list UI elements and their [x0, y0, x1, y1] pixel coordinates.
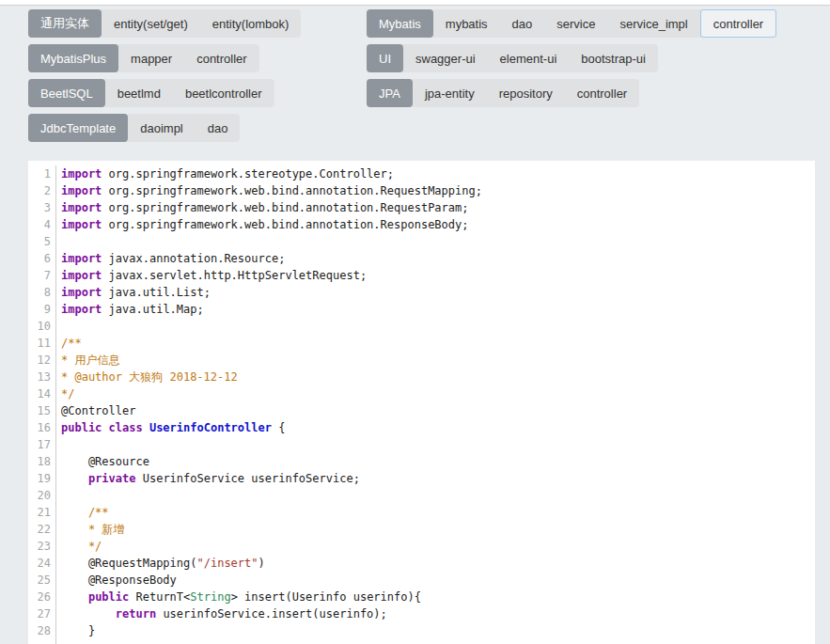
code-line: 15@Controller — [28, 402, 815, 419]
code-text: @Controller — [56, 402, 135, 419]
code-line: 26 public ReturnT<String> insert(Userinf… — [28, 589, 815, 605]
line-number: 13 — [28, 369, 56, 385]
code-text: /** — [56, 335, 82, 352]
line-number: 20 — [28, 487, 56, 504]
tab-ui-element-ui[interactable]: element-ui — [488, 44, 570, 72]
tab-mybatis-service-impl[interactable]: service_impl — [607, 9, 699, 38]
tab-jpa-jpa-entity[interactable]: jpa-entity — [413, 79, 487, 107]
line-number: 1 — [28, 165, 56, 182]
group-button-mybatisplus[interactable]: MybatisPlus — [28, 44, 118, 72]
code-line: 2import org.springframework.web.bind.ann… — [28, 182, 815, 199]
group-button-mybatis[interactable]: Mybatis — [367, 9, 433, 38]
tab-group-ui: UIswagger-uielement-uibootstrap-ui — [367, 44, 658, 72]
tab-group-通用实体: 通用实体entity(set/get)entity(lombok) — [28, 9, 301, 38]
code-text: import javax.annotation.Resource; — [56, 250, 285, 267]
line-number: 5 — [28, 233, 56, 250]
code-line: 13* @author 大狼狗 2018-12-12 — [28, 369, 815, 385]
tab-mybatisplus-controller[interactable]: controller — [184, 44, 258, 72]
code-line: 11/** — [28, 335, 815, 352]
tab-jdbctemplate-daoimpl[interactable]: daoimpl — [128, 114, 196, 142]
tab-mybatis-dao[interactable]: dao — [500, 9, 545, 38]
gutter-filler — [28, 639, 815, 644]
code-text: } — [56, 622, 95, 639]
code-text: */ — [56, 385, 74, 402]
code-line: 6import javax.annotation.Resource; — [28, 250, 815, 267]
tab-group-beetlsql: BeetlSQLbeetlmdbeetlcontroller — [28, 79, 274, 107]
tab-mybatis-mybatis[interactable]: mybatis — [433, 9, 500, 38]
tab-mybatis-controller[interactable]: controller — [700, 9, 776, 38]
group-button-jpa[interactable]: JPA — [367, 79, 413, 107]
tab-ui-swagger-ui[interactable]: swagger-ui — [403, 44, 488, 72]
line-number: 16 — [28, 419, 56, 436]
tab-mybatisplus-mapper[interactable]: mapper — [118, 44, 184, 72]
line-number: 15 — [28, 402, 56, 419]
line-number: 6 — [28, 250, 56, 267]
line-number: 19 — [28, 470, 56, 487]
code-text — [56, 487, 61, 504]
tab-cell-right: Mybatismybatisdaoserviceservice_implcont… — [367, 9, 776, 38]
group-button-jdbctemplate[interactable]: JdbcTemplate — [28, 114, 128, 142]
tab-jpa-controller[interactable]: controller — [565, 79, 639, 107]
line-number: 24 — [28, 555, 56, 572]
code-line: 1import org.springframework.stereotype.C… — [28, 165, 815, 182]
code-text: private UserinfoService userinfoService; — [56, 470, 360, 487]
group-button-ui[interactable]: UI — [367, 44, 403, 72]
tab-cell-right: UIswagger-uielement-uibootstrap-ui — [367, 44, 776, 72]
code-line: 3import org.springframework.web.bind.ann… — [28, 199, 815, 216]
code-text: import org.springframework.web.bind.anno… — [56, 182, 482, 199]
tab-jdbctemplate-dao[interactable]: dao — [196, 114, 241, 142]
code-text: */ — [56, 538, 102, 555]
line-number: 23 — [28, 538, 56, 555]
tab-cell-left: MybatisPlusmappercontroller — [28, 44, 367, 72]
tab-beetlsql-beetlcontroller[interactable]: beetlcontroller — [173, 79, 274, 107]
tab-通用实体-entity-set-get-[interactable]: entity(set/get) — [102, 9, 200, 38]
code-text — [56, 436, 61, 453]
code-line: 10 — [28, 318, 815, 335]
code-line: 5 — [28, 233, 815, 250]
code-text — [56, 318, 61, 335]
tab-jpa-repository[interactable]: repository — [487, 79, 565, 107]
group-button-通用实体[interactable]: 通用实体 — [28, 9, 102, 38]
line-number: 28 — [28, 622, 56, 639]
code-text: * 用户信息 — [56, 352, 119, 369]
tab-group-jpa: JPAjpa-entityrepositorycontroller — [367, 79, 639, 107]
code-text: import javax.servlet.http.HttpServletReq… — [56, 267, 367, 284]
code-text: import org.springframework.web.bind.anno… — [56, 216, 468, 233]
code-line: 12* 用户信息 — [28, 352, 815, 369]
code-line: 17 — [28, 436, 815, 453]
code-line: 19 private UserinfoService userinfoServi… — [28, 470, 815, 487]
tab-group-jdbctemplate: JdbcTemplatedaoimpldao — [28, 114, 240, 142]
tab-group-mybatis: Mybatismybatisdaoserviceservice_implcont… — [367, 9, 776, 38]
line-number: 8 — [28, 284, 56, 301]
line-number: 7 — [28, 267, 56, 284]
code-line: 18 @Resource — [28, 453, 815, 470]
code-line: 16public class UserinfoController { — [28, 419, 815, 436]
tab-cell-left: 通用实体entity(set/get)entity(lombok) — [28, 9, 367, 38]
code-text: public class UserinfoController { — [56, 419, 285, 436]
tab-通用实体-entity-lombok-[interactable]: entity(lombok) — [200, 9, 302, 38]
line-number: 10 — [28, 318, 56, 335]
line-number: 22 — [28, 521, 56, 538]
line-number: 17 — [28, 436, 56, 453]
tab-beetlsql-beetlmd[interactable]: beetlmd — [105, 79, 173, 107]
code-line: 9import java.util.Map; — [28, 301, 815, 318]
tab-cell-left: BeetlSQLbeetlmdbeetlcontroller — [28, 79, 367, 107]
line-number: 14 — [28, 385, 56, 402]
code-text: import java.util.Map; — [56, 301, 204, 318]
code-text: return userinfoService.insert(userinfo); — [56, 605, 387, 622]
group-button-beetlsql[interactable]: BeetlSQL — [28, 79, 105, 107]
code-line: 27 return userinfoService.insert(userinf… — [28, 605, 815, 622]
code-line: 28 } — [28, 622, 815, 639]
code-text: @ResponseBody — [56, 572, 177, 589]
line-number: 11 — [28, 335, 56, 352]
code-line: 24 @RequestMapping("/insert") — [28, 555, 815, 572]
line-number: 9 — [28, 301, 56, 318]
line-number: 26 — [28, 589, 56, 605]
line-number: 2 — [28, 182, 56, 199]
code-line: 4import org.springframework.web.bind.ann… — [28, 216, 815, 233]
code-editor[interactable]: 1import org.springframework.stereotype.C… — [28, 161, 815, 644]
tab-ui-bootstrap-ui[interactable]: bootstrap-ui — [569, 44, 658, 72]
tab-mybatis-service[interactable]: service — [544, 9, 607, 38]
line-number: 12 — [28, 352, 56, 369]
code-text: * @author 大狼狗 2018-12-12 — [56, 369, 238, 385]
